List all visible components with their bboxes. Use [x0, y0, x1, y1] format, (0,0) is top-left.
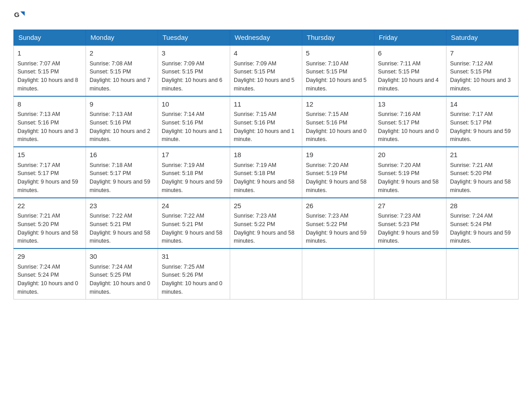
daylight-text: Daylight: 10 hours and 3 minutes. — [450, 77, 511, 92]
sunrise-text: Sunrise: 7:12 AM — [450, 60, 493, 67]
svg-marker-1 — [20, 12, 25, 16]
sunset-text: Sunset: 5:26 PM — [162, 272, 203, 278]
day-header-friday: Friday — [374, 30, 446, 46]
day-number: 20 — [378, 150, 442, 160]
calendar-cell: 20Sunrise: 7:20 AMSunset: 5:19 PMDayligh… — [374, 147, 446, 198]
calendar-cell: 16Sunrise: 7:18 AMSunset: 5:17 PMDayligh… — [86, 147, 158, 198]
day-number: 5 — [306, 48, 370, 59]
sunrise-text: Sunrise: 7:09 AM — [234, 60, 276, 67]
calendar-cell: 22Sunrise: 7:21 AMSunset: 5:20 PMDayligh… — [14, 198, 86, 249]
day-number: 24 — [162, 201, 226, 211]
calendar-cell: 4Sunrise: 7:09 AMSunset: 5:15 PMDaylight… — [230, 45, 302, 96]
day-number: 11 — [234, 99, 298, 110]
sunset-text: Sunset: 5:16 PM — [234, 120, 275, 126]
sunset-text: Sunset: 5:15 PM — [450, 68, 491, 75]
calendar-cell: 11Sunrise: 7:15 AMSunset: 5:16 PMDayligh… — [230, 96, 302, 147]
sunset-text: Sunset: 5:17 PM — [90, 170, 131, 176]
day-number: 18 — [234, 150, 298, 160]
day-number: 4 — [234, 48, 298, 59]
sunrise-text: Sunrise: 7:20 AM — [306, 162, 348, 168]
day-number: 9 — [90, 99, 154, 110]
sunrise-text: Sunrise: 7:21 AM — [17, 213, 60, 219]
sunrise-text: Sunrise: 7:10 AM — [306, 60, 348, 67]
daylight-text: Daylight: 9 hours and 58 minutes. — [378, 179, 439, 193]
daylight-text: Daylight: 10 hours and 0 minutes. — [162, 280, 223, 295]
calendar-cell: 19Sunrise: 7:20 AMSunset: 5:19 PMDayligh… — [302, 147, 374, 198]
sunset-text: Sunset: 5:17 PM — [378, 120, 419, 126]
day-number: 12 — [306, 99, 370, 110]
calendar-cell: 14Sunrise: 7:17 AMSunset: 5:17 PMDayligh… — [446, 96, 519, 147]
sunrise-text: Sunrise: 7:21 AM — [450, 162, 493, 168]
logo: G — [13, 9, 28, 21]
day-number: 1 — [17, 48, 82, 59]
day-number: 28 — [450, 201, 515, 211]
daylight-text: Daylight: 9 hours and 58 minutes. — [234, 230, 295, 244]
calendar-cell: 18Sunrise: 7:19 AMSunset: 5:18 PMDayligh… — [230, 147, 302, 198]
daylight-text: Daylight: 10 hours and 1 minute. — [234, 128, 295, 143]
calendar-cell: 10Sunrise: 7:14 AMSunset: 5:16 PMDayligh… — [158, 96, 230, 147]
sunrise-text: Sunrise: 7:17 AM — [450, 111, 493, 117]
sunrise-text: Sunrise: 7:24 AM — [450, 213, 493, 219]
sunset-text: Sunset: 5:15 PM — [378, 68, 419, 75]
sunset-text: Sunset: 5:24 PM — [17, 272, 59, 278]
day-header-tuesday: Tuesday — [158, 30, 230, 46]
daylight-text: Daylight: 9 hours and 59 minutes. — [378, 230, 439, 244]
calendar-cell: 17Sunrise: 7:19 AMSunset: 5:18 PMDayligh… — [158, 147, 230, 198]
day-header-thursday: Thursday — [302, 30, 374, 46]
day-number: 27 — [378, 201, 442, 211]
daylight-text: Daylight: 9 hours and 59 minutes. — [162, 179, 223, 193]
daylight-text: Daylight: 9 hours and 58 minutes. — [90, 230, 150, 244]
daylight-text: Daylight: 9 hours and 59 minutes. — [306, 230, 367, 244]
sunrise-text: Sunrise: 7:15 AM — [234, 111, 276, 117]
sunrise-text: Sunrise: 7:22 AM — [162, 213, 204, 219]
daylight-text: Daylight: 10 hours and 0 minutes. — [306, 128, 367, 143]
sunset-text: Sunset: 5:15 PM — [90, 68, 131, 75]
sunset-text: Sunset: 5:23 PM — [378, 221, 419, 227]
sunrise-text: Sunrise: 7:07 AM — [17, 60, 60, 67]
sunset-text: Sunset: 5:15 PM — [234, 68, 275, 75]
daylight-text: Daylight: 9 hours and 58 minutes. — [162, 230, 223, 244]
sunrise-text: Sunrise: 7:14 AM — [162, 111, 204, 117]
sunset-text: Sunset: 5:17 PM — [17, 170, 59, 176]
sunset-text: Sunset: 5:16 PM — [17, 120, 59, 126]
day-number: 3 — [162, 48, 226, 59]
daylight-text: Daylight: 10 hours and 5 minutes. — [234, 77, 295, 92]
daylight-text: Daylight: 10 hours and 4 minutes. — [378, 77, 439, 92]
sunrise-text: Sunrise: 7:09 AM — [162, 60, 204, 67]
calendar-cell: 15Sunrise: 7:17 AMSunset: 5:17 PMDayligh… — [14, 147, 86, 198]
sunset-text: Sunset: 5:22 PM — [306, 221, 347, 227]
day-number: 13 — [378, 99, 442, 110]
day-number: 2 — [90, 48, 154, 59]
day-number: 14 — [450, 99, 515, 110]
day-number: 7 — [450, 48, 515, 59]
day-header-sunday: Sunday — [14, 30, 86, 46]
calendar-cell: 27Sunrise: 7:23 AMSunset: 5:23 PMDayligh… — [374, 198, 446, 249]
calendar-cell: 13Sunrise: 7:16 AMSunset: 5:17 PMDayligh… — [374, 96, 446, 147]
sunset-text: Sunset: 5:19 PM — [378, 170, 419, 176]
sunrise-text: Sunrise: 7:20 AM — [378, 162, 420, 168]
sunrise-text: Sunrise: 7:15 AM — [306, 111, 348, 117]
week-row-5: 29Sunrise: 7:24 AMSunset: 5:24 PMDayligh… — [14, 248, 519, 299]
daylight-text: Daylight: 9 hours and 58 minutes. — [234, 179, 295, 193]
sunset-text: Sunset: 5:22 PM — [234, 221, 275, 227]
calendar-cell: 2Sunrise: 7:08 AMSunset: 5:15 PMDaylight… — [86, 45, 158, 96]
day-number: 8 — [17, 99, 82, 110]
calendar-cell: 7Sunrise: 7:12 AMSunset: 5:15 PMDaylight… — [446, 45, 519, 96]
sunset-text: Sunset: 5:20 PM — [17, 221, 59, 227]
sunrise-text: Sunrise: 7:08 AM — [90, 60, 132, 67]
day-number: 10 — [162, 99, 226, 110]
calendar-cell: 23Sunrise: 7:22 AMSunset: 5:21 PMDayligh… — [86, 198, 158, 249]
calendar-cell: 6Sunrise: 7:11 AMSunset: 5:15 PMDaylight… — [374, 45, 446, 96]
daylight-text: Daylight: 10 hours and 0 minutes. — [378, 128, 439, 143]
daylight-text: Daylight: 10 hours and 5 minutes. — [306, 77, 367, 92]
daylight-text: Daylight: 10 hours and 2 minutes. — [90, 128, 150, 143]
sunrise-text: Sunrise: 7:23 AM — [234, 213, 276, 219]
calendar-cell: 9Sunrise: 7:13 AMSunset: 5:16 PMDaylight… — [86, 96, 158, 147]
calendar-cell — [374, 248, 446, 299]
calendar-cell: 26Sunrise: 7:23 AMSunset: 5:22 PMDayligh… — [302, 198, 374, 249]
calendar-cell: 25Sunrise: 7:23 AMSunset: 5:22 PMDayligh… — [230, 198, 302, 249]
calendar-cell: 21Sunrise: 7:21 AMSunset: 5:20 PMDayligh… — [446, 147, 519, 198]
daylight-text: Daylight: 9 hours and 59 minutes. — [17, 179, 78, 193]
week-row-2: 8Sunrise: 7:13 AMSunset: 5:16 PMDaylight… — [14, 96, 519, 147]
sunrise-text: Sunrise: 7:24 AM — [17, 264, 60, 270]
